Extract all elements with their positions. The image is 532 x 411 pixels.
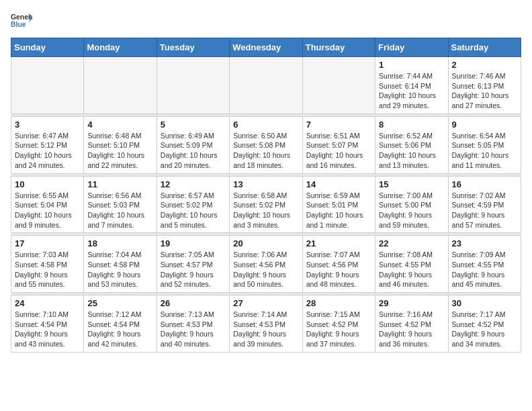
- weekday-header-saturday: Saturday: [448, 38, 521, 57]
- day-number: 20: [233, 238, 298, 248]
- day-number: 9: [452, 120, 517, 130]
- day-info: Sunrise: 6:59 AM Sunset: 5:01 PM Dayligh…: [306, 191, 371, 230]
- day-number: 7: [306, 120, 371, 130]
- calendar-cell: 4Sunrise: 6:48 AM Sunset: 5:10 PM Daylig…: [84, 116, 157, 173]
- day-info: Sunrise: 6:56 AM Sunset: 5:03 PM Dayligh…: [87, 191, 152, 230]
- calendar-cell: 24Sunrise: 7:10 AM Sunset: 4:54 PM Dayli…: [11, 295, 84, 353]
- day-info: Sunrise: 7:16 AM Sunset: 4:52 PM Dayligh…: [379, 310, 444, 349]
- calendar-cell: 9Sunrise: 6:54 AM Sunset: 5:05 PM Daylig…: [448, 116, 521, 173]
- day-number: 13: [233, 179, 298, 189]
- day-info: Sunrise: 6:51 AM Sunset: 5:07 PM Dayligh…: [306, 131, 371, 171]
- day-number: 15: [379, 179, 444, 189]
- calendar-cell: 25Sunrise: 7:12 AM Sunset: 4:54 PM Dayli…: [84, 295, 157, 353]
- day-info: Sunrise: 7:06 AM Sunset: 4:56 PM Dayligh…: [233, 250, 298, 289]
- day-number: 2: [452, 60, 517, 70]
- calendar-cell: 22Sunrise: 7:08 AM Sunset: 4:55 PM Dayli…: [375, 236, 448, 293]
- day-info: Sunrise: 7:07 AM Sunset: 4:56 PM Dayligh…: [306, 250, 371, 289]
- day-info: Sunrise: 6:49 AM Sunset: 5:09 PM Dayligh…: [161, 131, 226, 171]
- calendar-cell: 2Sunrise: 7:46 AM Sunset: 6:13 PM Daylig…: [448, 57, 521, 114]
- calendar-cell: 7Sunrise: 6:51 AM Sunset: 5:07 PM Daylig…: [302, 116, 375, 173]
- day-info: Sunrise: 7:08 AM Sunset: 4:55 PM Dayligh…: [379, 250, 444, 289]
- calendar-cell: 3Sunrise: 6:47 AM Sunset: 5:12 PM Daylig…: [11, 116, 84, 173]
- calendar-cell: [11, 57, 84, 114]
- calendar-week-row: 10Sunrise: 6:55 AM Sunset: 5:04 PM Dayli…: [11, 176, 521, 233]
- day-number: 26: [161, 298, 226, 308]
- calendar-cell: 21Sunrise: 7:07 AM Sunset: 4:56 PM Dayli…: [302, 236, 375, 293]
- day-info: Sunrise: 7:15 AM Sunset: 4:52 PM Dayligh…: [306, 310, 371, 349]
- day-info: Sunrise: 7:13 AM Sunset: 4:53 PM Dayligh…: [161, 310, 226, 349]
- day-info: Sunrise: 6:48 AM Sunset: 5:10 PM Dayligh…: [87, 131, 152, 171]
- svg-text:Blue: Blue: [11, 21, 26, 28]
- calendar-week-row: 17Sunrise: 7:03 AM Sunset: 4:58 PM Dayli…: [11, 236, 521, 293]
- weekday-header-row: SundayMondayTuesdayWednesdayThursdayFrid…: [11, 38, 521, 57]
- day-number: 22: [379, 238, 444, 248]
- day-number: 6: [233, 120, 298, 130]
- day-info: Sunrise: 7:03 AM Sunset: 4:58 PM Dayligh…: [15, 250, 80, 289]
- day-number: 3: [15, 120, 80, 130]
- day-number: 1: [379, 60, 444, 70]
- day-info: Sunrise: 6:57 AM Sunset: 5:02 PM Dayligh…: [161, 191, 226, 230]
- calendar-cell: 6Sunrise: 6:50 AM Sunset: 5:08 PM Daylig…: [230, 116, 302, 173]
- day-number: 21: [306, 238, 371, 248]
- day-number: 14: [306, 179, 371, 189]
- day-info: Sunrise: 7:46 AM Sunset: 6:13 PM Dayligh…: [452, 71, 517, 111]
- calendar-cell: 10Sunrise: 6:55 AM Sunset: 5:04 PM Dayli…: [11, 176, 84, 233]
- calendar-cell: 27Sunrise: 7:14 AM Sunset: 4:53 PM Dayli…: [230, 295, 302, 353]
- calendar-cell: [302, 57, 375, 114]
- page-header: General Blue: [11, 11, 521, 32]
- calendar-table: SundayMondayTuesdayWednesdayThursdayFrid…: [11, 38, 521, 353]
- calendar-cell: 23Sunrise: 7:09 AM Sunset: 4:55 PM Dayli…: [448, 236, 521, 293]
- day-info: Sunrise: 7:04 AM Sunset: 4:58 PM Dayligh…: [87, 250, 152, 289]
- day-info: Sunrise: 7:44 AM Sunset: 6:14 PM Dayligh…: [379, 71, 444, 111]
- day-number: 16: [452, 179, 517, 189]
- calendar-cell: 19Sunrise: 7:05 AM Sunset: 4:57 PM Dayli…: [157, 236, 229, 293]
- calendar-cell: 11Sunrise: 6:56 AM Sunset: 5:03 PM Dayli…: [84, 176, 157, 233]
- weekday-header-friday: Friday: [375, 38, 448, 57]
- day-info: Sunrise: 6:54 AM Sunset: 5:05 PM Dayligh…: [452, 131, 517, 171]
- day-number: 29: [379, 298, 444, 308]
- calendar-cell: 28Sunrise: 7:15 AM Sunset: 4:52 PM Dayli…: [302, 295, 375, 353]
- calendar-cell: 1Sunrise: 7:44 AM Sunset: 6:14 PM Daylig…: [375, 57, 448, 114]
- calendar-cell: 8Sunrise: 6:52 AM Sunset: 5:06 PM Daylig…: [375, 116, 448, 173]
- calendar-cell: 29Sunrise: 7:16 AM Sunset: 4:52 PM Dayli…: [375, 295, 448, 353]
- day-info: Sunrise: 6:55 AM Sunset: 5:04 PM Dayligh…: [15, 191, 80, 230]
- day-info: Sunrise: 6:52 AM Sunset: 5:06 PM Dayligh…: [379, 131, 444, 171]
- day-number: 23: [452, 238, 517, 248]
- calendar-cell: 12Sunrise: 6:57 AM Sunset: 5:02 PM Dayli…: [157, 176, 229, 233]
- day-info: Sunrise: 7:05 AM Sunset: 4:57 PM Dayligh…: [161, 250, 226, 289]
- calendar-cell: 15Sunrise: 7:00 AM Sunset: 5:00 PM Dayli…: [375, 176, 448, 233]
- day-number: 10: [15, 179, 80, 189]
- logo: General Blue: [11, 11, 35, 32]
- day-number: 12: [161, 179, 226, 189]
- day-number: 19: [161, 238, 226, 248]
- calendar-cell: [230, 57, 302, 114]
- day-info: Sunrise: 6:47 AM Sunset: 5:12 PM Dayligh…: [15, 131, 80, 171]
- day-info: Sunrise: 7:00 AM Sunset: 5:00 PM Dayligh…: [379, 191, 444, 230]
- day-info: Sunrise: 7:17 AM Sunset: 4:52 PM Dayligh…: [452, 310, 517, 349]
- calendar-cell: 26Sunrise: 7:13 AM Sunset: 4:53 PM Dayli…: [157, 295, 229, 353]
- calendar-cell: 18Sunrise: 7:04 AM Sunset: 4:58 PM Dayli…: [84, 236, 157, 293]
- day-number: 5: [161, 120, 226, 130]
- weekday-header-tuesday: Tuesday: [157, 38, 229, 57]
- day-number: 25: [87, 298, 152, 308]
- day-number: 24: [15, 298, 80, 308]
- day-info: Sunrise: 7:02 AM Sunset: 4:59 PM Dayligh…: [452, 191, 517, 230]
- weekday-header-sunday: Sunday: [11, 38, 84, 57]
- day-info: Sunrise: 6:58 AM Sunset: 5:02 PM Dayligh…: [233, 191, 298, 230]
- day-number: 8: [379, 120, 444, 130]
- day-number: 4: [87, 120, 152, 130]
- day-number: 11: [87, 179, 152, 189]
- calendar-cell: 14Sunrise: 6:59 AM Sunset: 5:01 PM Dayli…: [302, 176, 375, 233]
- logo-icon: General Blue: [11, 11, 32, 32]
- day-number: 30: [452, 298, 517, 308]
- calendar-cell: 20Sunrise: 7:06 AM Sunset: 4:56 PM Dayli…: [230, 236, 302, 293]
- calendar-cell: [84, 57, 157, 114]
- calendar-cell: [157, 57, 229, 114]
- day-info: Sunrise: 7:09 AM Sunset: 4:55 PM Dayligh…: [452, 250, 517, 289]
- calendar-cell: 17Sunrise: 7:03 AM Sunset: 4:58 PM Dayli…: [11, 236, 84, 293]
- weekday-header-monday: Monday: [84, 38, 157, 57]
- calendar-cell: 5Sunrise: 6:49 AM Sunset: 5:09 PM Daylig…: [157, 116, 229, 173]
- day-number: 28: [306, 298, 371, 308]
- weekday-header-thursday: Thursday: [302, 38, 375, 57]
- day-info: Sunrise: 6:50 AM Sunset: 5:08 PM Dayligh…: [233, 131, 298, 171]
